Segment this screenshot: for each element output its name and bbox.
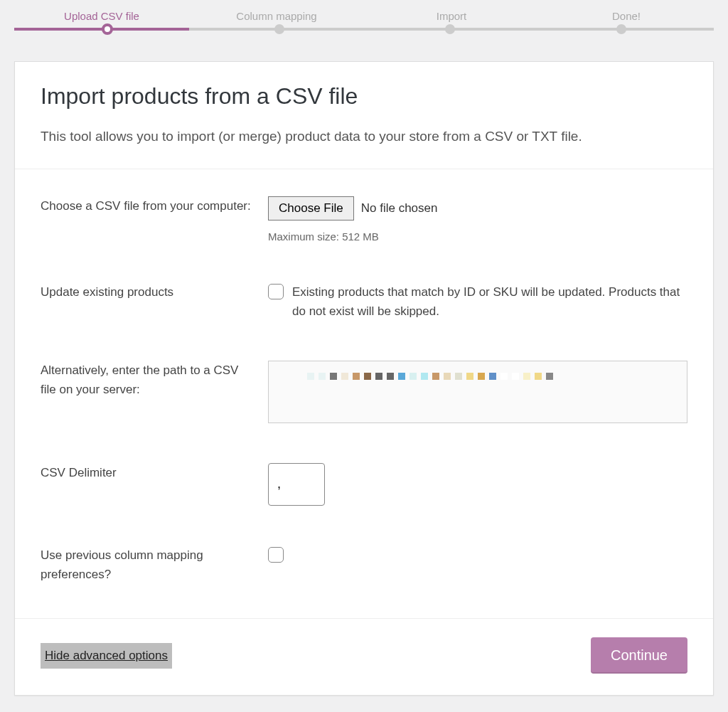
stepper-dot-1 — [102, 23, 113, 35]
row-delimiter: CSV Delimiter — [41, 443, 687, 526]
file-size-hint: Maximum size: 512 MB — [268, 230, 687, 243]
desc-update-existing: Existing products that match by ID or SK… — [292, 282, 687, 321]
stepper-dot-2 — [274, 24, 284, 34]
file-status: No file chosen — [361, 201, 438, 216]
page-subtitle: This tool allows you to import (or merge… — [41, 127, 687, 147]
continue-button[interactable]: Continue — [591, 637, 687, 674]
row-server-path: Alternatively, enter the path to a CSV f… — [41, 341, 687, 443]
row-previous-mapping: Use previous column mapping preferences? — [41, 526, 687, 604]
stepper-dot-4 — [616, 24, 626, 34]
delimiter-input[interactable] — [268, 463, 325, 506]
choose-file-button[interactable]: Choose File — [268, 196, 354, 220]
page-title: Import products from a CSV file — [41, 83, 687, 110]
step-upload[interactable]: Upload CSV file — [14, 10, 189, 22]
label-choose-file: Choose a CSV file from your computer: — [41, 196, 268, 216]
row-update-existing: Update existing products Existing produc… — [41, 262, 687, 341]
import-card: Import products from a CSV file This too… — [14, 61, 714, 696]
card-header: Import products from a CSV file This too… — [15, 62, 713, 169]
redacted-placeholder — [279, 370, 677, 383]
toggle-advanced-link[interactable]: Hide advanced options — [41, 643, 172, 669]
step-done[interactable]: Done! — [539, 10, 714, 22]
label-server-path: Alternatively, enter the path to a CSV f… — [41, 361, 268, 399]
card-actions: Hide advanced options Continue — [15, 618, 713, 695]
server-path-input[interactable] — [268, 361, 687, 423]
form-body: Choose a CSV file from your computer: Ch… — [15, 169, 713, 619]
label-previous-mapping: Use previous column mapping preferences? — [41, 546, 268, 584]
row-choose-file: Choose a CSV file from your computer: Ch… — [41, 176, 687, 262]
stepper-dot-3 — [445, 24, 455, 34]
progress-stepper: Upload CSV file Column mapping Import Do… — [0, 0, 728, 40]
stepper-track — [14, 28, 714, 31]
label-update-existing: Update existing products — [41, 282, 268, 302]
step-mapping[interactable]: Column mapping — [189, 10, 364, 22]
label-delimiter: CSV Delimiter — [41, 463, 268, 482]
step-import[interactable]: Import — [364, 10, 539, 22]
checkbox-update-existing[interactable] — [268, 284, 284, 299]
checkbox-previous-mapping[interactable] — [268, 547, 284, 563]
